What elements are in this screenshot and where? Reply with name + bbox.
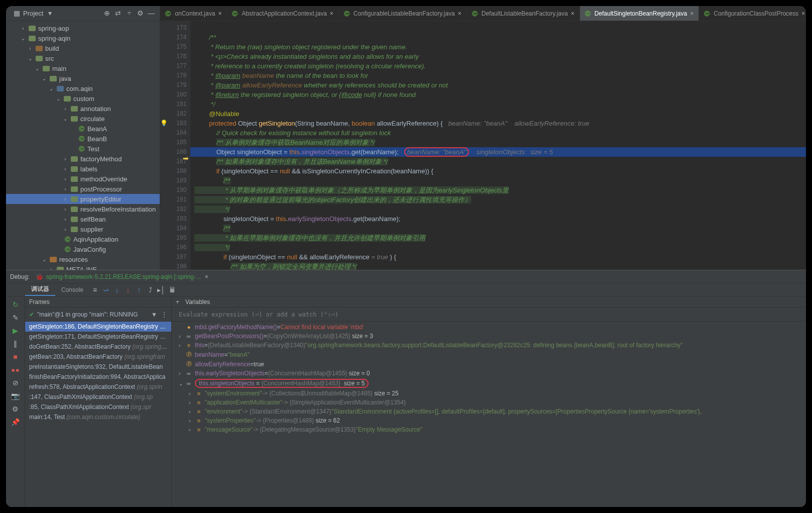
tree-node[interactable]: ›build: [6, 43, 160, 53]
editor-tab[interactable]: ⒸConfigurableListableBeanFactory.java×: [339, 6, 467, 21]
tree-node[interactable]: ⌄com.aqin: [6, 83, 160, 93]
filter-icon[interactable]: ▼: [151, 311, 157, 318]
rerun-icon[interactable]: ↻: [10, 298, 22, 311]
code-line[interactable]: /** 如果为空，则锁定全局变量并进行处理 */: [190, 262, 806, 270]
tree-node[interactable]: ⌄custom: [6, 93, 160, 104]
stack-frame[interactable]: finishBeanFactoryInitialization:994, Abs…: [25, 372, 171, 382]
tree-node[interactable]: ⒸBeanA: [6, 124, 160, 134]
pin-icon[interactable]: 📌: [10, 416, 22, 428]
variable-row[interactable]: ›≡"applicationEventMulticaster" -> {Simp…: [172, 398, 806, 407]
mute-bp-icon[interactable]: ⊘: [10, 377, 22, 389]
stack-frame[interactable]: :85, ClassPathXmlApplicationContext (org…: [25, 402, 171, 412]
variable-row[interactable]: ›≡"messageSource" -> {DelegatingMessageS…: [172, 425, 806, 434]
project-tree[interactable]: ›spring-aop⌄spring-aqin›build⌄src⌄main⌄j…: [6, 21, 160, 270]
code-line[interactable]: */: [190, 204, 806, 214]
stack-frame[interactable]: main:14, Test (com.aqin.custom.circulate…: [25, 412, 171, 422]
gear-icon[interactable]: ⚙: [136, 9, 145, 18]
code-line[interactable]: /** 如果单例对象缓存中没有，并且该BeanName单例对象 */: [190, 157, 806, 166]
stack-frame[interactable]: :147, ClassPathXmlApplicationContext (or…: [25, 392, 171, 402]
code-line[interactable]: if (singletonObject == null && isSinglet…: [190, 166, 806, 176]
editor-tab[interactable]: ⒸDefaultSingletonBeanRegistry.java×: [580, 6, 700, 21]
drop-frame-icon[interactable]: ⤴: [145, 286, 156, 294]
variable-row[interactable]: ›∞getBeanPostProcessors() = {CopyOnWrite…: [172, 332, 806, 341]
tree-node[interactable]: ⒸTest: [6, 144, 160, 154]
code-line[interactable]: * @param beanName the name of the bean t…: [190, 71, 806, 80]
tree-node[interactable]: ›labels: [6, 164, 160, 174]
stack-frame[interactable]: getSingleton:186, DefaultSingletonBeanRe…: [25, 322, 171, 332]
tree-node[interactable]: ›supplier: [6, 224, 160, 234]
tree-node[interactable]: ⒸAqinApplication: [6, 234, 160, 244]
more-tabs-icon[interactable]: ≡: [89, 286, 100, 294]
step-into-icon[interactable]: ↓: [111, 286, 123, 294]
stack-frame[interactable]: preInstantiateSingletons:932, DefaultLis…: [25, 362, 171, 372]
code-line[interactable]: * 如果在早期单例对象缓存中也没有，并且允许创建早期单例对象引用: [190, 233, 806, 243]
editor-tab[interactable]: ⒸConfigurationClassPostProcess×: [699, 6, 806, 21]
tree-node[interactable]: ›methodOverride: [6, 174, 160, 184]
collapse-icon[interactable]: ÷: [125, 9, 134, 18]
console-tab[interactable]: Console: [55, 283, 89, 296]
close-debug-icon[interactable]: ×: [205, 273, 208, 280]
code-line[interactable]: * Return the (raw) singleton object regi…: [190, 42, 806, 52]
code-line[interactable]: * @return the registered singleton objec…: [190, 90, 806, 99]
modify-icon[interactable]: ✎: [10, 312, 22, 324]
tree-node[interactable]: ›postProcessor: [6, 184, 160, 194]
editor-tab[interactable]: ⒸonContext.java×: [160, 6, 227, 21]
variable-row[interactable]: ⓟbeanName = "beanA": [172, 350, 806, 359]
variable-row[interactable]: ›≡"environment" -> {StandardEnvironment@…: [172, 407, 806, 416]
evaluate-icon[interactable]: 🖩: [167, 286, 178, 294]
tree-node[interactable]: ⒸBeanB: [6, 134, 160, 144]
tree-node[interactable]: ⌄spring-aqin: [6, 33, 160, 43]
tree-node[interactable]: ⌄circulate: [6, 114, 160, 124]
pause-icon[interactable]: ‖: [10, 338, 22, 350]
variable-row[interactable]: ›∞this.earlySingletonObjects = {Concurre…: [172, 369, 806, 378]
variables-list[interactable]: ●mbd.getFactoryMethodName() = Cannot fin…: [172, 322, 806, 507]
frames-list[interactable]: getSingleton:186, DefaultSingletonBeanRe…: [25, 322, 171, 507]
add-watch-icon[interactable]: +: [176, 298, 179, 305]
evaluate-input[interactable]: Evaluate expression (⏎) or add a watch (…: [172, 307, 806, 322]
run-to-cursor-icon[interactable]: ▸│: [156, 286, 167, 294]
code-line[interactable]: @Nullable: [190, 109, 806, 119]
tree-node[interactable]: ›resolveBeforeInstantiation: [6, 204, 160, 214]
variable-row[interactable]: ›≡"systemEnvironment" -> {Collections$Un…: [172, 389, 806, 398]
thread-selector[interactable]: ✔ "main"@1 in group "main": RUNNING ▼ ⋮: [25, 307, 171, 322]
code-line[interactable]: */: [190, 243, 806, 252]
editor-tab[interactable]: ⒸDefaultListableBeanFactory.java×: [467, 6, 580, 21]
code-line[interactable]: * reference to a currently created singl…: [190, 61, 806, 71]
stop-icon[interactable]: ■: [10, 351, 22, 363]
code-line[interactable]: singletonObject = this.earlySingletonObj…: [190, 214, 806, 224]
stack-frame[interactable]: refresh:578, AbstractApplicationContext …: [25, 382, 171, 392]
breakpoints-icon[interactable]: ●●: [10, 364, 22, 376]
tree-node[interactable]: ›factoryMethod: [6, 154, 160, 164]
tree-node[interactable]: ⌄src: [6, 53, 160, 63]
tree-node[interactable]: ›propertyEditor: [6, 194, 160, 204]
force-step-icon[interactable]: ↓: [123, 286, 134, 294]
tree-node[interactable]: ›META-INF: [6, 264, 160, 270]
stack-frame[interactable]: doGetBean:252, AbstractBeanFactory (org.…: [25, 342, 171, 352]
target-icon[interactable]: ⊕: [102, 9, 111, 18]
code-lines[interactable]: /** * Return the (raw) singleton object …: [190, 21, 806, 270]
variable-row[interactable]: ⌄∞this.singletonObjects = {ConcurrentHas…: [172, 378, 806, 389]
debug-config[interactable]: spring-framework-5.2.21.RELEASE:spring-a…: [46, 273, 201, 280]
debugger-tab[interactable]: 调试器: [25, 283, 55, 296]
tree-node[interactable]: ›spring-aop: [6, 23, 160, 33]
stack-frame[interactable]: getSingleton:171, DefaultSingletonBeanRe…: [25, 332, 171, 342]
code-line[interactable]: protected Object getSingleton(String bea…: [190, 119, 806, 128]
step-out-icon[interactable]: ↑: [134, 286, 145, 294]
code-line[interactable]: /**: [190, 176, 806, 185]
dump-icon[interactable]: 📷: [10, 390, 22, 402]
code-line[interactable]: * 从早期单例对象缓存中获取单例对象（之所称成为早期单例对象，是因为earlyS…: [190, 185, 806, 195]
variable-row[interactable]: ⓟallowEarlyReference = true: [172, 359, 806, 369]
editor-tab[interactable]: ⒸAbstractApplicationContext.java×: [227, 6, 338, 21]
variable-row[interactable]: ›≡this = {DefaultListableBeanFactory@134…: [172, 341, 806, 350]
tree-node[interactable]: ⌄java: [6, 73, 160, 83]
tree-node[interactable]: ›annotation: [6, 104, 160, 114]
code-line[interactable]: /**: [190, 224, 806, 233]
stack-frame[interactable]: getBean:203, AbstractBeanFactory (org.sp…: [25, 352, 171, 362]
resume-icon[interactable]: ▶: [10, 325, 22, 337]
hide-icon[interactable]: —: [147, 9, 156, 18]
code-line[interactable]: * 的对象的都是通过提前曝光的objectFactory创建出来的，还未进行属性…: [190, 195, 806, 204]
more-icon[interactable]: ⋮: [161, 311, 167, 318]
tree-node[interactable]: ⌄main: [6, 63, 160, 73]
variable-row[interactable]: ›≡"systemProperties" -> {Properties@1489…: [172, 416, 806, 425]
expand-icon[interactable]: ⇄: [113, 9, 123, 18]
